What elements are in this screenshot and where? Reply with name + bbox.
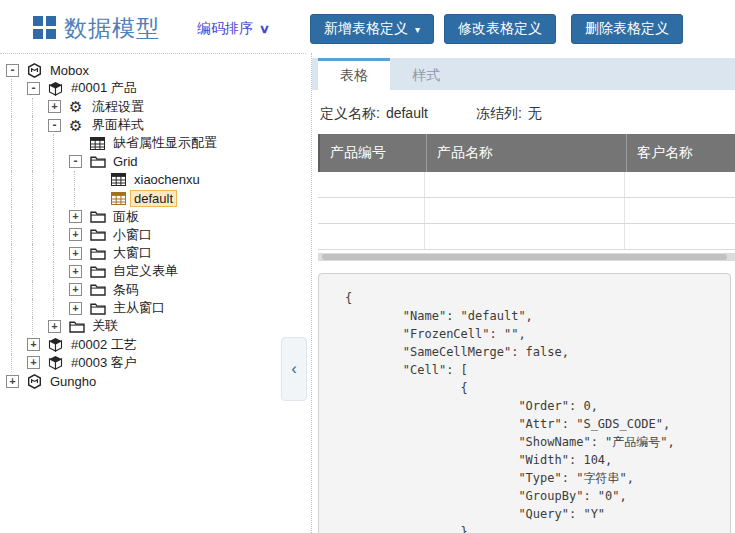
expand-icon[interactable] [69, 283, 90, 296]
tree-guide-line [48, 134, 69, 152]
tree-item-label: 大窗口 [109, 243, 156, 263]
tree-item[interactable]: 自定义表单 [6, 262, 304, 280]
toolbar-button[interactable]: 新增表格定义▾ [310, 14, 434, 44]
tree-guide-line [69, 189, 90, 207]
tree-item-label: Gungho [46, 373, 100, 390]
collapse-icon[interactable] [69, 155, 90, 168]
tree-item-label: 缺省属性显示配置 [109, 133, 221, 153]
tree-guide-line [6, 226, 27, 244]
app-logo-icon [33, 16, 56, 39]
toolbar-button[interactable]: 删除表格定义 [571, 14, 683, 44]
page-title: 数据模型 [64, 13, 160, 44]
tree-item[interactable]: 条码 [6, 281, 304, 299]
tree-item[interactable]: ⚙流程设置 [6, 98, 304, 116]
collapse-icon[interactable] [6, 64, 27, 77]
tree-item-label: Mobox [46, 62, 93, 79]
tree-guide-line [6, 335, 27, 353]
tree-item[interactable]: default [6, 189, 304, 207]
tree-guide-line [6, 262, 27, 280]
definition-name-value: default [386, 105, 428, 123]
tree-guide-line [6, 281, 27, 299]
tree-item-label: 关联 [88, 316, 122, 336]
tree-item[interactable]: Mobox [6, 61, 304, 79]
table-cell [424, 198, 624, 223]
folder-icon [90, 245, 109, 261]
tree-item[interactable]: 面板 [6, 207, 304, 225]
toolbar-button-label: 删除表格定义 [585, 20, 669, 38]
table-cell [624, 224, 735, 249]
tree-item[interactable]: #0003 客户 [6, 354, 304, 372]
mobox-logo-icon [27, 373, 46, 389]
tree-item[interactable]: Grid [6, 152, 304, 170]
expand-icon[interactable] [48, 320, 69, 333]
expand-icon[interactable] [48, 100, 69, 113]
expand-icon[interactable] [69, 265, 90, 278]
tree-item[interactable]: #0001 产品 [6, 79, 304, 97]
tree-item[interactable]: ⚙界面样式 [6, 116, 304, 134]
tree-guide-line [48, 207, 69, 225]
scrollbar-thumb[interactable] [322, 254, 727, 260]
definition-info: 定义名称: default 冻结列: 无 [320, 105, 735, 123]
json-definition-block: { "Name": "default", "FrozenCell": "", "… [318, 273, 731, 533]
expand-icon[interactable] [69, 302, 90, 315]
table-body [318, 172, 735, 250]
sort-dropdown[interactable]: 编码排序 ∨ [197, 20, 269, 38]
folder-icon [69, 318, 88, 334]
tree-item-label: 条码 [109, 280, 143, 300]
table-column-header: 客户名称 [626, 134, 735, 172]
table-column-header: 产品编号 [320, 134, 426, 172]
table-cell [424, 172, 624, 197]
toolbar-button[interactable]: 修改表格定义 [444, 14, 556, 44]
tree-item[interactable]: xiaochenxu [6, 171, 304, 189]
expand-icon[interactable] [69, 247, 90, 260]
code-line: { [345, 379, 722, 397]
tab[interactable]: 表格 [318, 58, 390, 90]
tree-item[interactable]: 缺省属性显示配置 [6, 134, 304, 152]
caret-down-icon: ▾ [415, 24, 420, 35]
tree-guide-line [27, 134, 48, 152]
tree-item-label: #0002 工艺 [67, 335, 141, 355]
tree-guide-line [48, 299, 69, 317]
expand-icon[interactable] [69, 228, 90, 241]
tree-guide-line [48, 244, 69, 262]
expand-icon[interactable] [6, 375, 27, 388]
tree-guide-line [6, 207, 27, 225]
tree-item[interactable]: #0002 工艺 [6, 335, 304, 353]
frozen-column-value: 无 [528, 105, 542, 123]
expand-icon[interactable] [27, 338, 48, 351]
grid-icon [90, 135, 109, 151]
tree-item-label: default [130, 190, 177, 207]
grid-icon [111, 172, 130, 188]
tab-label: 表格 [340, 67, 368, 85]
tree-guide-line [6, 116, 27, 134]
tab[interactable]: 样式 [390, 58, 462, 90]
tree-item-label: 主从窗口 [109, 298, 169, 318]
collapse-icon[interactable] [27, 82, 48, 95]
tree: Mobox#0001 产品⚙流程设置⚙界面样式缺省属性显示配置Gridxiaoc… [6, 61, 304, 533]
table-cell [624, 198, 735, 223]
toolbar-button-label: 新增表格定义 [324, 20, 408, 38]
collapse-icon[interactable] [48, 119, 69, 132]
tree-item-label: 面板 [109, 207, 143, 227]
sort-dropdown-label: 编码排序 [197, 20, 253, 38]
gear-icon: ⚙ [69, 99, 88, 115]
code-line: "SameCellMerge": false, [345, 343, 722, 361]
tree-guide-line [27, 281, 48, 299]
tree-item[interactable]: 小窗口 [6, 226, 304, 244]
code-line: "Query": "Y" [345, 505, 722, 523]
tree-item[interactable]: Gungho [6, 372, 304, 390]
tree-item[interactable]: 大窗口 [6, 244, 304, 262]
tree-item[interactable]: 关联 [6, 317, 304, 335]
code-line: "ShowName": "产品编号", [345, 433, 722, 451]
expand-icon[interactable] [27, 356, 48, 369]
code-line: "Type": "字符串", [345, 469, 722, 487]
code-line: "Cell": [ [345, 361, 722, 379]
table-row [318, 224, 735, 250]
horizontal-scrollbar[interactable] [318, 253, 735, 261]
tree-guide-line [6, 299, 27, 317]
tree-item[interactable]: 主从窗口 [6, 299, 304, 317]
tree-guide-line [48, 262, 69, 280]
expand-icon[interactable] [69, 210, 90, 223]
table-row [318, 172, 735, 198]
collapse-panel-button[interactable]: ‹ [281, 337, 307, 401]
